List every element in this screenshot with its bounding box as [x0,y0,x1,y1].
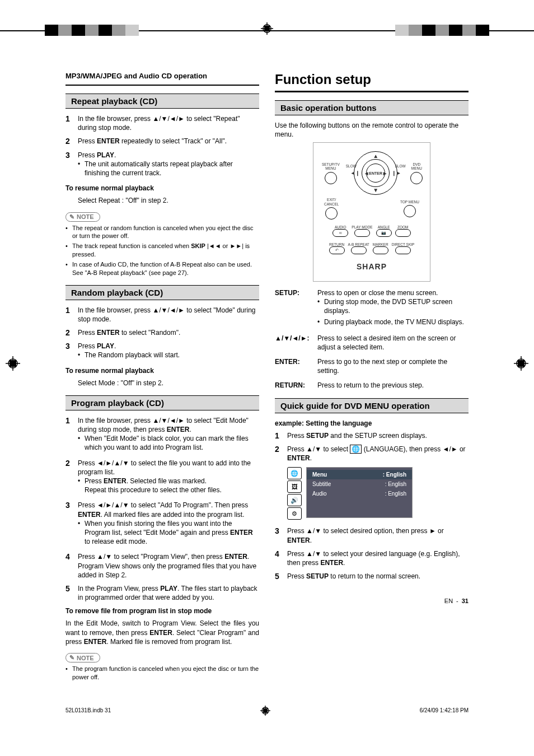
quick-example: example: Setting the language [275,419,469,428]
program-remove-text: In the Edit Mode, switch to Program View… [65,619,259,646]
footer-time: 6/24/09 1:42:18 PM [420,707,469,713]
right-column-header: Function setup [275,72,469,87]
osd-diagram: 🌐 🖼 🔊 ⚙ Menu: English Subtitle: English … [287,467,469,520]
osd-tab-language: 🌐 [287,467,302,479]
right-column: Function setup Basic operation buttons U… [275,72,469,683]
footer-file: 52L0131B.indb 31 [65,707,111,713]
svg-rect-15 [263,708,268,713]
page-footer: 52L0131B.indb 31 6/24/09 1:42:18 PM [65,706,469,716]
remote-setup-button [325,172,337,184]
osd-tab-settings: ⚙ [287,507,302,520]
osd-tab-picture: 🖼 [287,480,302,493]
random-resume-heading: To resume normal playback [65,366,259,375]
quick-step-1: Press SETUP and the SETUP screen display… [287,431,469,440]
program-step-5: In the Program View, press PLAY. The fil… [78,584,259,602]
repeat-note-3: In case of Audio CD, the function of A-B… [65,260,259,277]
note-tag-2: ✎ NOTE [65,653,100,662]
quick-step-2: Press ▲/▼ to select 🌐 (LANGUAGE), then p… [287,445,469,463]
svg-rect-11 [518,360,524,367]
quick-step-3: Press ▲/▼ to select desired option, then… [287,526,469,544]
section-program: Program playback (CD) [65,395,259,410]
random-step-2: Press ENTER to select "Random". [78,328,259,337]
desc-setup: Press to open or close the menu screen. … [317,288,469,328]
repeat-step-3: Press PLAY. The unit automatically start… [78,151,259,180]
program-step-2: Press ◄/►/▲/▼ to select the file you wan… [78,459,259,497]
registration-cross-icon [261,22,273,35]
section-repeat: Repeat playback (CD) [65,94,259,109]
remote-exit-button [325,207,338,220]
osd-tab-audio: 🔊 [287,494,302,506]
program-step-1: In the file browser, press ▲/▼/◄/► to se… [78,416,259,454]
section-quick: Quick guide for DVD MENU operation [275,398,469,413]
program-step-3: Press ◄/►/▲/▼ to select "Add To Program"… [78,501,259,548]
page-number-block: EN - 31 [275,598,469,604]
random-step-3: Press PLAY. The Random playback will sta… [78,342,259,361]
registration-bar-top [0,22,534,38]
quick-step-5: Press SETUP to return to the normal scre… [287,572,469,581]
repeat-resume-heading: To resume normal playback [65,184,259,193]
repeat-step-1: In the file browser, press ▲/▼/◄/► to se… [78,114,259,132]
random-step-1: In the file browser, press ▲/▼/◄/► to se… [78,306,259,324]
registration-cross-footer-icon [260,706,270,716]
desc-enter: Press to go to the next step or complete… [317,357,469,375]
svg-rect-3 [264,26,270,31]
remote-diagram: SETUP/TV MENU ENTER ▲ ▼ ◄ ► SLOW SLOW ◄❙… [313,142,430,282]
desc-return: Press to return to the previous step. [317,381,469,390]
left-column: MP3/WMA/JPEG and Audio CD operation Repe… [65,72,259,683]
section-basic: Basic operation buttons [275,100,469,115]
program-note-1: The program function is canceled when yo… [65,665,259,682]
basic-intro: Use the following buttons on the remote … [275,121,469,139]
registration-cross-left-icon [6,356,20,371]
repeat-note-1: The repeat or random function is cancele… [65,224,259,241]
section-random: Random playback (CD) [65,285,259,300]
program-remove-heading: To remove file from program list in stop… [65,606,259,615]
remote-topmenu-button [404,205,416,217]
svg-rect-7 [10,360,16,367]
remote-dvdmenu-button [410,172,423,184]
random-resume-text: Select Mode : "Off" in step 2. [65,379,259,388]
desc-arrows: Press to select a desired item on the sc… [317,334,469,352]
remote-brand: SHARP [357,262,387,271]
repeat-resume-text: Select Repeat : "Off" in step 2. [65,196,259,205]
program-step-4: Press ▲/▼ to select "Program View", then… [78,552,259,580]
repeat-note-2: The track repeat function is canceled wh… [65,242,259,259]
note-tag: ✎ NOTE [65,212,100,222]
repeat-step-2: Press ENTER repeatedly to select "Track"… [78,137,259,146]
left-column-header: MP3/WMA/JPEG and Audio CD operation [65,72,259,80]
registration-cross-right-icon [514,356,528,371]
quick-step-4: Press ▲/▼ to select your desired languag… [287,549,469,567]
